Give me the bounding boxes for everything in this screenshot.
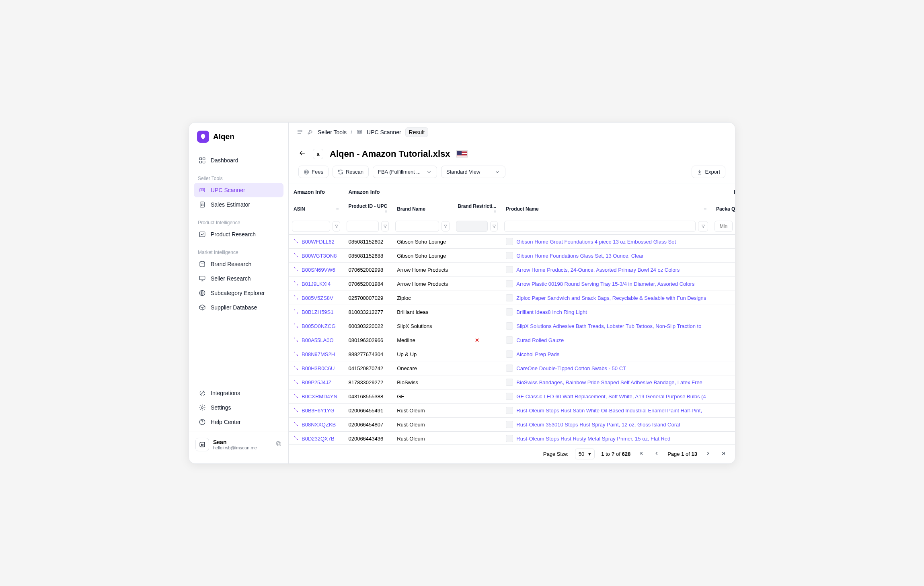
column-menu-icon[interactable]: ≡: [704, 206, 706, 212]
back-button[interactable]: [298, 149, 306, 159]
product-link[interactable]: GE Classic LED 60 Watt Replacement, Soft…: [516, 393, 706, 400]
nav-help-center[interactable]: Help Center: [194, 415, 283, 429]
expand-icon[interactable]: [294, 422, 298, 428]
crumb-seller-tools[interactable]: Seller Tools: [318, 129, 347, 135]
expand-icon[interactable]: [294, 295, 298, 301]
nav-brand-research[interactable]: Brand Research: [194, 257, 283, 271]
asin-link[interactable]: B0B3F6Y1YG: [302, 408, 335, 414]
product-link[interactable]: Gibson Home Foundations Glass Set, 13 Ou…: [516, 253, 644, 259]
column-header-restriction[interactable]: Brand Restricti...≡: [453, 200, 501, 218]
filter-input-brand[interactable]: [395, 221, 439, 232]
asin-link[interactable]: B0B1ZH59S1: [302, 309, 334, 315]
upc-cell: 020066454807: [343, 418, 392, 432]
product-link[interactable]: Gibson Home Great Foundations 4 piece 13…: [516, 239, 676, 245]
product-link[interactable]: Rust-Oleum 353010 Stops Rust Spray Paint…: [516, 422, 680, 428]
column-menu-icon[interactable]: ≡: [384, 209, 387, 215]
nav-settings[interactable]: Settings: [194, 400, 283, 415]
column-header-brand[interactable]: Brand Name: [392, 200, 453, 218]
asin-link[interactable]: B00SN69VW6: [302, 267, 335, 273]
pager-last-button[interactable]: [719, 449, 728, 459]
filter-input-asin[interactable]: [292, 221, 330, 232]
pager-next-button[interactable]: [704, 449, 713, 459]
expand-icon[interactable]: [294, 436, 298, 442]
expand-icon[interactable]: [294, 393, 298, 400]
asin-link[interactable]: B0D232QX7B: [302, 436, 335, 442]
asin-link[interactable]: B00A55LA0O: [302, 337, 334, 343]
filter-icon[interactable]: [698, 221, 708, 232]
nav-supplier-database[interactable]: Supplier Database: [194, 300, 283, 315]
column-header-asin[interactable]: ASIN≡: [289, 200, 343, 218]
pager-prev-button[interactable]: [652, 449, 661, 459]
svg-point-14: [203, 444, 203, 445]
expand-icon[interactable]: [294, 323, 298, 329]
page-size-select[interactable]: 50 ▾: [575, 449, 595, 459]
column-menu-icon[interactable]: ≡: [336, 206, 339, 212]
nav-dashboard[interactable]: Dashboard: [194, 153, 283, 168]
asin-link[interactable]: B005O0NZCG: [302, 323, 336, 329]
asin-link[interactable]: B08N97MS2H: [302, 351, 335, 357]
expand-icon[interactable]: [294, 267, 298, 273]
nav-integrations[interactable]: Integrations: [194, 386, 283, 400]
column-header-packaging[interactable]: Packa Quar ity: [711, 200, 735, 218]
product-link[interactable]: Rust-Oleum Stops Rust Rusty Metal Spray …: [516, 436, 670, 442]
restriction-cell: [453, 432, 501, 445]
main: Seller Tools / UPC Scanner Result a Alqe…: [289, 123, 735, 463]
copy-icon[interactable]: [275, 441, 282, 449]
expand-icon[interactable]: [294, 253, 298, 259]
nav-product-research[interactable]: Product Research: [194, 227, 283, 242]
expand-icon[interactable]: [294, 281, 298, 287]
brand-cell: Rust-Oleum: [392, 404, 453, 418]
crumb-result: Result: [405, 127, 429, 137]
data-table[interactable]: Amazon Info Amazon Info Inputs ASIN≡ Pro…: [289, 184, 735, 444]
fees-button[interactable]: Fees: [298, 166, 329, 178]
asin-link[interactable]: B085V5ZS8V: [302, 295, 333, 301]
filter-icon[interactable]: [381, 221, 389, 232]
filter-icon[interactable]: [490, 221, 498, 232]
nav-sales-estimator[interactable]: Sales Estimator: [194, 197, 283, 212]
fulfillment-select[interactable]: FBA (Fulfillment ...: [373, 166, 437, 178]
product-link[interactable]: Curad Rolled Gauze: [516, 337, 564, 343]
nav-item-label: Subcategory Explorer: [211, 290, 265, 296]
expand-icon[interactable]: [294, 309, 298, 315]
expand-icon[interactable]: [294, 379, 298, 385]
product-link[interactable]: Arrow Home Products, 24-Ounce, Assorted …: [516, 267, 680, 273]
asin-link[interactable]: B08NXXQZKB: [302, 422, 336, 428]
nav-upc-scanner[interactable]: UPC Scanner: [194, 183, 283, 197]
expand-icon[interactable]: [294, 365, 298, 371]
product-link[interactable]: Brilliant Ideas8 Inch Ring Light: [516, 309, 587, 315]
expand-icon[interactable]: [294, 408, 298, 414]
nav-subcategory-explorer[interactable]: Subcategory Explorer: [194, 286, 283, 300]
pager-first-button[interactable]: [637, 449, 646, 459]
product-link[interactable]: Ziploc Paper Sandwich and Snack Bags, Re…: [516, 295, 706, 301]
crumb-upc-scanner[interactable]: UPC Scanner: [367, 129, 401, 135]
asin-link[interactable]: B00WGT3ON8: [302, 253, 337, 259]
product-link[interactable]: Rust-Oleum Stops Rust Satin White Oil-Ba…: [516, 408, 702, 414]
expand-icon[interactable]: [294, 337, 298, 343]
product-link[interactable]: BioSwiss Bandages, Rainbow Pride Shaped …: [516, 379, 702, 385]
filter-input-upc[interactable]: [347, 221, 379, 232]
rescan-button[interactable]: Rescan: [333, 166, 369, 178]
column-header-product[interactable]: Product Name≡: [501, 200, 711, 218]
asin-link[interactable]: B00WFDLL62: [302, 239, 335, 245]
expand-icon[interactable]: [294, 351, 298, 357]
product-link[interactable]: SlipX Solutions Adhesive Bath Treads, Lo…: [516, 323, 701, 329]
filter-input-product[interactable]: [504, 221, 696, 232]
export-button[interactable]: Export: [692, 166, 725, 178]
view-select[interactable]: Standard View: [441, 166, 505, 178]
asin-link[interactable]: B09P25J4JZ: [302, 379, 331, 385]
asin-link[interactable]: B00H3R0C6U: [302, 365, 335, 371]
asin-link[interactable]: B0CXRMD4YN: [302, 393, 337, 400]
nav-seller-research[interactable]: Seller Research: [194, 271, 283, 286]
filter-icon[interactable]: [441, 221, 450, 232]
sidebar-toggle-icon[interactable]: [297, 129, 303, 136]
filter-input-min[interactable]: [715, 221, 733, 232]
product-link[interactable]: Arrow Plastic 00198 Round Serving Tray 1…: [516, 281, 694, 287]
table-row: B08N97MS2H 888277674304 Up & Up Alcohol …: [289, 347, 735, 361]
filter-icon[interactable]: [333, 221, 341, 232]
column-header-upc[interactable]: Product ID - UPC≡: [343, 200, 392, 218]
expand-icon[interactable]: [294, 239, 298, 245]
product-link[interactable]: CareOne Double-Tipped Cotton Swabs - 50 …: [516, 365, 626, 371]
column-menu-icon[interactable]: ≡: [493, 209, 496, 215]
asin-link[interactable]: B01J9LKXI4: [302, 281, 331, 287]
product-link[interactable]: Alcohol Prep Pads: [516, 351, 559, 357]
